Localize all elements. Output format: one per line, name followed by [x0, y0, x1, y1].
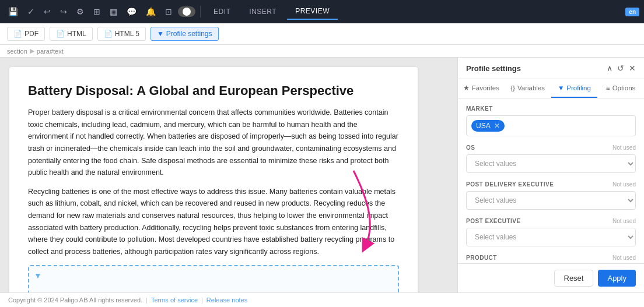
breadcrumb: section ▶ para#text: [0, 45, 644, 58]
market-field-box[interactable]: USA ✕: [466, 115, 636, 136]
comment-icon[interactable]: 💬: [123, 5, 140, 19]
editor-page: Battery Disposal: A Global and European …: [9, 67, 418, 292]
tab-options[interactable]: ≡ Options: [597, 79, 644, 98]
article-paragraph-2: Recycling batteries is one of the most e…: [28, 186, 399, 258]
html5-label: HTML 5: [115, 30, 139, 38]
profiling-icon: ▼: [558, 84, 564, 91]
tab-edit[interactable]: EDIT: [205, 4, 239, 19]
collapse-icon[interactable]: ∧: [607, 63, 612, 73]
terms-link[interactable]: Terms of service: [151, 297, 198, 304]
layout-icon[interactable]: ⊞: [90, 5, 104, 19]
post-delivery-executive-field: POST DELIVERY EXECUTIVE Not used Select …: [466, 181, 636, 210]
chip-label: USA: [476, 122, 491, 130]
os-field: OS Not used Select values: [466, 144, 636, 173]
panel-tabs: ★ Favorites {} Variables ▼ Profiling ≡ O…: [458, 79, 644, 98]
pdf-button[interactable]: 📄 PDF: [7, 27, 45, 41]
main-toolbar: 💾 ✓ ↩ ↪ ⚙ ⊞ ▦ 💬 🔔 ⊡ EDIT INSERT PREVIEW …: [0, 0, 644, 23]
filter-icon[interactable]: ⊡: [162, 5, 176, 19]
html-button[interactable]: 📄 HTML: [50, 27, 93, 41]
tab-favorites[interactable]: ★ Favorites: [458, 79, 505, 98]
check-icon[interactable]: ✓: [24, 5, 38, 19]
tab-variables[interactable]: {} Variables: [505, 79, 551, 98]
panel-body: MARKET USA ✕ OS Not used Select values: [458, 98, 644, 263]
bell-icon[interactable]: 🔔: [142, 5, 159, 19]
market-field: MARKET USA ✕: [466, 105, 636, 136]
close-icon[interactable]: ✕: [629, 63, 636, 73]
os-select[interactable]: Select values: [466, 154, 636, 173]
post-executive-field: POST EXECUTIVE Not used Select values: [466, 218, 636, 246]
breadcrumb-section[interactable]: section: [7, 48, 27, 55]
panel-title: Profile settings: [466, 64, 521, 73]
pe-not-used: Not used: [612, 218, 636, 224]
release-notes-link[interactable]: Release notes: [206, 297, 247, 304]
market-label: MARKET: [466, 105, 636, 112]
drop-zone[interactable]: ▼: [28, 265, 399, 293]
tab-insert[interactable]: INSERT: [241, 4, 285, 19]
panel-header-icons: ∧ ↺ ✕: [607, 63, 636, 73]
profile-settings-button[interactable]: ▼ Profile settings: [150, 27, 219, 41]
breadcrumb-para[interactable]: para#text: [37, 48, 64, 55]
article-paragraph-1: Proper battery disposal is a critical en…: [28, 107, 399, 179]
product-field: PRODUCT Not used Select values: [466, 255, 636, 263]
panel-header: Profile settings ∧ ↺ ✕: [458, 58, 644, 79]
html-label: HTML: [67, 30, 86, 38]
html5-button[interactable]: 📄 HTML 5: [97, 27, 146, 41]
page-footer: Copyright © 2024 Paligo AB All rights re…: [0, 292, 644, 307]
layout2-icon[interactable]: ▦: [106, 5, 121, 19]
lang-badge[interactable]: en: [625, 8, 639, 16]
tab-preview[interactable]: PREVIEW: [287, 3, 338, 20]
right-panel: Profile settings ∧ ↺ ✕ ★ Favorites {} Va…: [457, 58, 644, 292]
editor-area: Battery Disposal: A Global and European …: [0, 58, 457, 292]
pdf-label: PDF: [24, 30, 38, 38]
post-executive-label: POST EXECUTIVE Not used: [466, 218, 636, 224]
product-label: PRODUCT Not used: [466, 255, 636, 261]
toggle-dot: [183, 8, 191, 16]
settings-icon[interactable]: ⚙: [73, 5, 88, 19]
tab-profiling[interactable]: ▼ Profiling: [551, 79, 598, 98]
footer-sep1: |: [146, 297, 148, 304]
filter-icon: ▼: [157, 30, 164, 38]
post-executive-select[interactable]: Select values: [466, 228, 636, 246]
html-icon: 📄: [56, 30, 65, 38]
copyright-text: Copyright © 2024 Paligo AB All rights re…: [8, 297, 142, 304]
favorites-icon: ★: [463, 84, 470, 92]
toggle-switch[interactable]: [178, 6, 195, 17]
apply-button[interactable]: Apply: [598, 270, 636, 287]
product-not-used: Not used: [612, 255, 636, 261]
panel-footer: Reset Apply: [458, 263, 644, 292]
footer-sep2: |: [201, 297, 203, 304]
drop-zone-icon: ▼: [34, 271, 42, 280]
post-delivery-executive-label: POST DELIVERY EXECUTIVE Not used: [466, 181, 636, 188]
variables-icon: {}: [510, 84, 515, 91]
chip-close-icon[interactable]: ✕: [494, 122, 500, 130]
pde-not-used: Not used: [612, 181, 636, 188]
doc-toolbar: 📄 PDF 📄 HTML 📄 HTML 5 ▼ Profile settings: [0, 23, 644, 45]
refresh-icon[interactable]: ↺: [617, 63, 624, 73]
save-icon[interactable]: 💾: [5, 5, 22, 19]
toolbar-divider: [200, 6, 201, 17]
os-label: OS Not used: [466, 144, 636, 151]
breadcrumb-separator: ▶: [30, 47, 34, 55]
reset-button[interactable]: Reset: [554, 270, 594, 287]
os-not-used: Not used: [612, 144, 636, 151]
options-icon: ≡: [606, 84, 610, 91]
main-area: Battery Disposal: A Global and European …: [0, 58, 644, 292]
article-title: Battery Disposal: A Global and European …: [28, 83, 399, 98]
redo-icon[interactable]: ↪: [57, 5, 71, 19]
profile-settings-label: Profile settings: [166, 30, 212, 38]
undo-icon[interactable]: ↩: [40, 5, 54, 19]
html5-icon: 📄: [104, 30, 113, 38]
pdf-icon: 📄: [13, 30, 22, 38]
post-delivery-executive-select[interactable]: Select values: [466, 191, 636, 210]
market-chip-usa: USA ✕: [471, 120, 505, 132]
